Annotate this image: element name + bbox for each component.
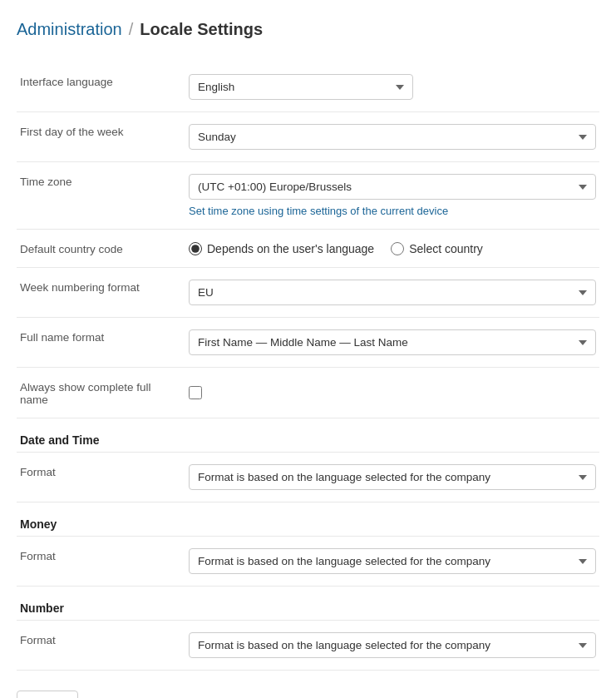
save-button[interactable]: Save xyxy=(17,691,78,698)
first-day-row: First day of the week Sunday Monday Satu… xyxy=(17,112,599,162)
timezone-cell: (UTC +01:00) Europe/Brussels (UTC +00:00… xyxy=(182,162,599,230)
timezone-label: Time zone xyxy=(17,162,182,230)
breadcrumb-admin[interactable]: Administration xyxy=(17,20,122,39)
always-show-fullname-wrapper xyxy=(189,386,596,399)
always-show-fullname-row: Always show complete full name xyxy=(17,368,599,418)
full-name-format-select[interactable]: First Name — Middle Name — Last Name Las… xyxy=(189,329,596,355)
week-numbering-cell: EU US ISO xyxy=(182,268,599,318)
money-section-header: Money xyxy=(17,502,599,537)
locale-settings-form: Interface language English French German… xyxy=(17,62,599,671)
full-name-format-cell: First Name — Middle Name — Last Name Las… xyxy=(182,318,599,368)
money-format-cell: Format is based on the language selected… xyxy=(182,537,599,587)
first-day-select[interactable]: Sunday Monday Saturday xyxy=(189,124,596,150)
number-format-cell: Format is based on the language selected… xyxy=(182,621,599,671)
number-section-header: Number xyxy=(17,587,599,621)
country-code-radio1[interactable] xyxy=(189,242,202,255)
breadcrumb: Administration / Locale Settings xyxy=(17,20,599,39)
timezone-wrapper: (UTC +01:00) Europe/Brussels (UTC +00:00… xyxy=(189,174,596,217)
interface-language-row: Interface language English French German… xyxy=(17,62,599,112)
always-show-fullname-cell xyxy=(182,368,599,418)
timezone-row: Time zone (UTC +01:00) Europe/Brussels (… xyxy=(17,162,599,230)
timezone-select[interactable]: (UTC +01:00) Europe/Brussels (UTC +00:00… xyxy=(189,174,596,200)
date-time-format-row: Format Format is based on the language s… xyxy=(17,453,599,502)
money-format-label: Format xyxy=(17,537,182,587)
always-show-fullname-label: Always show complete full name xyxy=(17,368,182,418)
country-code-radio-group: Depends on the user's language Select co… xyxy=(189,242,596,255)
date-time-format-cell: Format is based on the language selected… xyxy=(182,453,599,502)
number-section-header-row: Number xyxy=(17,587,599,621)
money-section-header-row: Money xyxy=(17,502,599,537)
date-time-format-select[interactable]: Format is based on the language selected… xyxy=(189,464,596,490)
country-code-option2-label: Select country xyxy=(409,242,483,255)
country-code-radio2[interactable] xyxy=(391,242,404,255)
always-show-fullname-checkbox[interactable] xyxy=(189,386,202,399)
week-numbering-row: Week numbering format EU US ISO xyxy=(17,268,599,318)
interface-language-select[interactable]: English French German Spanish xyxy=(189,74,413,100)
country-code-row: Default country code Depends on the user… xyxy=(17,230,599,268)
first-day-label: First day of the week xyxy=(17,112,182,162)
timezone-device-link[interactable]: Set time zone using time settings of the… xyxy=(189,205,596,217)
money-format-row: Format Format is based on the language s… xyxy=(17,537,599,587)
country-code-option2[interactable]: Select country xyxy=(391,242,483,255)
number-format-label: Format xyxy=(17,621,182,671)
date-time-section-header-row: Date and Time xyxy=(17,418,599,453)
date-time-section-header: Date and Time xyxy=(17,418,599,453)
country-code-label: Default country code xyxy=(17,230,182,268)
country-code-option1-label: Depends on the user's language xyxy=(207,242,374,255)
week-numbering-label: Week numbering format xyxy=(17,268,182,318)
country-code-cell: Depends on the user's language Select co… xyxy=(182,230,599,268)
country-code-option1[interactable]: Depends on the user's language xyxy=(189,242,374,255)
full-name-format-label: Full name format xyxy=(17,318,182,368)
date-time-format-label: Format xyxy=(17,453,182,502)
number-format-select[interactable]: Format is based on the language selected… xyxy=(189,632,596,658)
interface-language-label: Interface language xyxy=(17,62,182,112)
interface-language-cell: English French German Spanish xyxy=(182,62,599,112)
week-numbering-select[interactable]: EU US ISO xyxy=(189,280,596,305)
number-format-row: Format Format is based on the language s… xyxy=(17,621,599,671)
breadcrumb-current: Locale Settings xyxy=(140,20,263,39)
breadcrumb-separator: / xyxy=(129,20,134,39)
first-day-cell: Sunday Monday Saturday xyxy=(182,112,599,162)
money-format-select[interactable]: Format is based on the language selected… xyxy=(189,548,596,574)
full-name-format-row: Full name format First Name — Middle Nam… xyxy=(17,318,599,368)
